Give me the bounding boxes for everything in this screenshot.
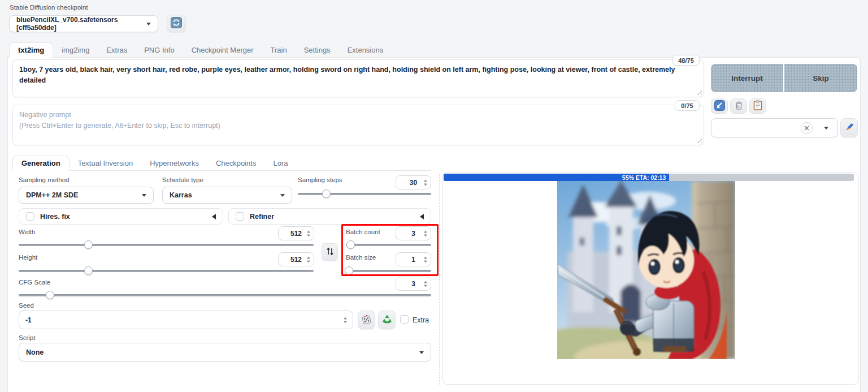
hires-fix-checkbox[interactable] (26, 212, 34, 221)
width-slider[interactable] (19, 244, 314, 246)
slider-handle[interactable] (346, 240, 355, 249)
number-spinner-icon[interactable] (424, 281, 427, 287)
slider-handle[interactable] (84, 266, 93, 275)
number-spinner-icon[interactable] (307, 256, 310, 262)
preview-image[interactable] (557, 181, 735, 359)
main-tab-bar: txt2img img2img Extras PNG Info Checkpoi… (9, 42, 392, 58)
negative-prompt-input[interactable] (13, 105, 704, 145)
number-spinner-icon[interactable] (424, 179, 427, 186)
hires-fix-label: Hires. fix (40, 213, 70, 221)
batch-count-label: Batch count (346, 229, 380, 235)
number-spinner-icon[interactable] (307, 230, 310, 236)
clipboard-icon (753, 100, 762, 112)
number-spinner-icon[interactable] (344, 317, 347, 323)
swap-vertical-icon (326, 247, 334, 257)
sampling-steps-slider[interactable] (298, 193, 431, 195)
seed-input[interactable]: -1 (19, 311, 353, 329)
swap-dimensions-button[interactable] (322, 243, 338, 261)
seed-label: Seed (19, 302, 34, 309)
column-divider (439, 174, 440, 385)
recycle-icon (382, 315, 392, 326)
refiner-label: Refiner (250, 213, 274, 221)
clear-prompt-button[interactable] (730, 98, 747, 114)
sampling-method-label: Sampling method (19, 176, 70, 183)
sampling-method-dropdown[interactable]: DPM++ 2M SDE (19, 187, 154, 204)
tab-extensions[interactable]: Extensions (339, 42, 392, 58)
cfg-scale-slider[interactable] (19, 294, 431, 296)
height-input[interactable]: 512 (278, 252, 314, 266)
tab-train[interactable]: Train (262, 42, 296, 58)
tab-settings[interactable]: Settings (296, 42, 339, 58)
checkpoint-dropdown[interactable]: bluePencilXL_v700.safetensors [cff5a50dd… (9, 15, 158, 32)
chevron-down-icon (824, 127, 828, 130)
interrupt-button[interactable]: Interrupt (711, 64, 784, 92)
tab-generation[interactable]: Generation (12, 156, 70, 171)
skip-button[interactable]: Skip (784, 64, 857, 92)
sampling-steps-label: Sampling steps (298, 176, 342, 183)
collapse-left-icon[interactable] (420, 214, 424, 219)
checkpoint-value: bluePencilXL_v700.safetensors [cff5a50dd… (16, 16, 151, 32)
slider-handle[interactable] (46, 291, 54, 299)
sampling-steps-input[interactable]: 30 (396, 175, 431, 189)
tab-textual-inversion[interactable]: Textual Inversion (70, 156, 142, 171)
stable-diffusion-webui: Stable Diffusion checkpoint bluePencilXL… (0, 0, 868, 392)
negative-prompt-box (12, 105, 704, 145)
width-label: Width (19, 229, 35, 235)
prompt-input[interactable]: 1boy, 7 years old, black hair, very shor… (13, 60, 704, 97)
prompt-box: 1boy, 7 years old, black hair, very shor… (12, 59, 704, 97)
hires-fix-section[interactable]: Hires. fix (19, 208, 223, 225)
number-spinner-icon[interactable] (424, 230, 427, 236)
refiner-section[interactable]: Refiner (228, 208, 431, 225)
chevron-down-icon (142, 194, 146, 197)
pencil-icon (844, 122, 854, 134)
apply-styles-button[interactable] (749, 98, 766, 114)
read-generation-params-button[interactable] (711, 98, 728, 114)
tab-checkpoint-merger[interactable]: Checkpoint Merger (183, 42, 262, 58)
cfg-scale-label: CFG Scale (19, 279, 50, 286)
checkpoint-label: Stable Diffusion checkpoint (10, 4, 88, 11)
tab-txt2img[interactable]: txt2img (9, 42, 53, 58)
tab-extras[interactable]: Extras (98, 42, 136, 58)
tab-checkpoints[interactable]: Checkpoints (207, 156, 265, 171)
arrow-down-left-icon (714, 100, 725, 113)
dice-icon (361, 314, 372, 326)
tab-lora[interactable]: Lora (264, 156, 296, 171)
script-label: Script (19, 334, 35, 341)
prompt-token-counter: 48/75 (672, 55, 700, 66)
refresh-checkpoint-button[interactable] (167, 15, 186, 32)
slider-handle[interactable] (322, 189, 331, 198)
refiner-checkbox[interactable] (236, 212, 244, 221)
cfg-scale-input[interactable]: 3 (396, 277, 431, 291)
batch-size-slider[interactable] (346, 270, 431, 272)
slider-handle[interactable] (345, 266, 353, 275)
number-spinner-icon[interactable] (424, 256, 427, 262)
batch-count-slider[interactable] (346, 244, 431, 246)
tab-hypernetworks[interactable]: Hypernetworks (141, 156, 207, 171)
script-dropdown[interactable]: None (19, 343, 431, 361)
extra-seed-checkbox[interactable] (400, 315, 409, 324)
styles-dropdown[interactable] (711, 118, 838, 137)
reuse-seed-button[interactable] (378, 311, 396, 329)
chevron-down-icon (146, 23, 151, 25)
width-input[interactable]: 512 (278, 226, 314, 240)
edit-styles-button[interactable] (840, 118, 858, 137)
tab-png-info[interactable]: PNG Info (136, 42, 183, 58)
clear-styles-icon[interactable] (801, 122, 813, 134)
height-slider[interactable] (19, 270, 314, 272)
collapse-left-icon[interactable] (212, 214, 216, 219)
batch-size-input[interactable]: 1 (396, 252, 431, 266)
refresh-icon (171, 17, 182, 30)
height-label: Height (19, 254, 37, 261)
progress-text: 55% ETA: 02:13 (622, 174, 666, 181)
random-seed-button[interactable] (358, 311, 375, 329)
slider-handle[interactable] (84, 240, 93, 249)
schedule-type-label: Schedule type (162, 176, 203, 183)
progress-bar: 55% ETA: 02:13 (444, 174, 854, 181)
trash-icon (734, 101, 744, 112)
chevron-down-icon (419, 351, 424, 354)
tab-img2img[interactable]: img2img (53, 42, 98, 58)
batch-count-input[interactable]: 3 (396, 226, 431, 240)
extra-seed-label: Extra (413, 316, 429, 324)
negative-token-counter: 0/75 (675, 100, 700, 111)
schedule-type-dropdown[interactable]: Karras (162, 187, 292, 204)
